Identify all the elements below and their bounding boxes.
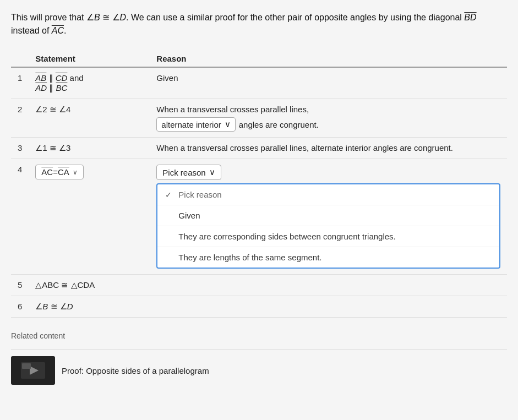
- ac-ca-dropdown[interactable]: AC=CA ∨: [35, 165, 83, 179]
- video-thumbnail[interactable]: [11, 356, 55, 385]
- row2-reason: When a transversal crosses parallel line…: [150, 99, 507, 138]
- table-row: 6 ∠B ≅ ∠D: [11, 296, 507, 318]
- row3-reason: When a transversal crosses parallel line…: [150, 138, 507, 159]
- col-reason: Reason: [150, 51, 507, 67]
- alternate-interior-dropdown[interactable]: alternate interior ∨: [156, 117, 235, 132]
- col-statement: Statement: [29, 51, 150, 67]
- table-row: 4 AC=CA ∨ Pick reason ∨ ✓ Pick reason: [11, 159, 507, 275]
- row2-statement: ∠2 ≅ ∠4: [29, 99, 150, 138]
- row6-reason: [150, 296, 507, 318]
- bottom-bar: Proof: Opposite sides of a parallelogram: [11, 349, 507, 385]
- menu-item-pick-reason[interactable]: ✓ Pick reason: [157, 184, 499, 205]
- row5-statement: △ABC ≅ △CDA: [29, 275, 150, 296]
- col-num: [11, 51, 29, 67]
- menu-item-label: They are lengths of the same segment.: [178, 253, 321, 262]
- related-content-section: Related content: [11, 331, 507, 340]
- table-row: 3 ∠1 ≅ ∠3 When a transversal crosses par…: [11, 138, 507, 159]
- row4-reason[interactable]: Pick reason ∨ ✓ Pick reason Given: [150, 159, 507, 275]
- row5-reason: [150, 275, 507, 296]
- menu-item-corresponding-sides[interactable]: They are corresponding sides between con…: [157, 226, 499, 247]
- svg-rect-2: [22, 363, 31, 369]
- table-row: 1 AB ∥ CD and AD ∥ BC Given: [11, 67, 507, 99]
- dropdown-value: alternate interior: [161, 120, 221, 129]
- row2-num: 2: [11, 99, 29, 138]
- row2-reason-suffix: angles are congruent.: [239, 120, 319, 129]
- chevron-down-icon: ∨: [209, 167, 215, 177]
- row4-num: 4: [11, 159, 29, 275]
- pick-reason-dropdown[interactable]: Pick reason ∨: [156, 165, 221, 180]
- proof-table: Statement Reason 1 AB ∥ CD and AD ∥ BC G…: [11, 51, 507, 318]
- intro-paragraph: This will prove that ∠B ≅ ∠D. We can use…: [11, 11, 507, 37]
- table-row: 2 ∠2 ≅ ∠4 When a transversal crosses par…: [11, 99, 507, 138]
- row1-num: 1: [11, 67, 29, 99]
- menu-item-same-segment[interactable]: They are lengths of the same segment.: [157, 247, 499, 268]
- bottom-link[interactable]: Proof: Opposite sides of a parallelogram: [62, 366, 209, 375]
- menu-item-label: Given: [178, 211, 200, 220]
- row3-statement: ∠1 ≅ ∠3: [29, 138, 150, 159]
- row2-reason-prefix: When a transversal crosses parallel line…: [156, 105, 309, 114]
- row3-num: 3: [11, 138, 29, 159]
- intro-text: This will prove that ∠B ≅ ∠D. We can use…: [11, 11, 507, 37]
- checkmark-icon: ✓: [165, 190, 174, 199]
- thumbnail-image: [21, 362, 45, 379]
- chevron-down-icon: ∨: [73, 168, 78, 176]
- pick-reason-label: Pick reason: [162, 168, 205, 177]
- row6-statement: ∠B ≅ ∠D: [29, 296, 150, 318]
- row4-statement[interactable]: AC=CA ∨: [29, 159, 150, 275]
- chevron-down-icon: ∨: [225, 119, 231, 129]
- row6-num: 6: [11, 296, 29, 318]
- menu-item-label: Pick reason: [178, 190, 221, 199]
- ac-ca-value: AC=CA: [41, 167, 69, 177]
- menu-item-given[interactable]: Given: [157, 205, 499, 226]
- pick-reason-menu: ✓ Pick reason Given They are correspondi…: [156, 183, 500, 269]
- row1-reason: Given: [150, 67, 507, 99]
- related-content-label: Related content: [11, 331, 65, 340]
- menu-item-label: They are corresponding sides between con…: [178, 232, 395, 241]
- table-row: 5 △ABC ≅ △CDA: [11, 275, 507, 296]
- row5-num: 5: [11, 275, 29, 296]
- row1-statement: AB ∥ CD and AD ∥ BC: [29, 67, 150, 99]
